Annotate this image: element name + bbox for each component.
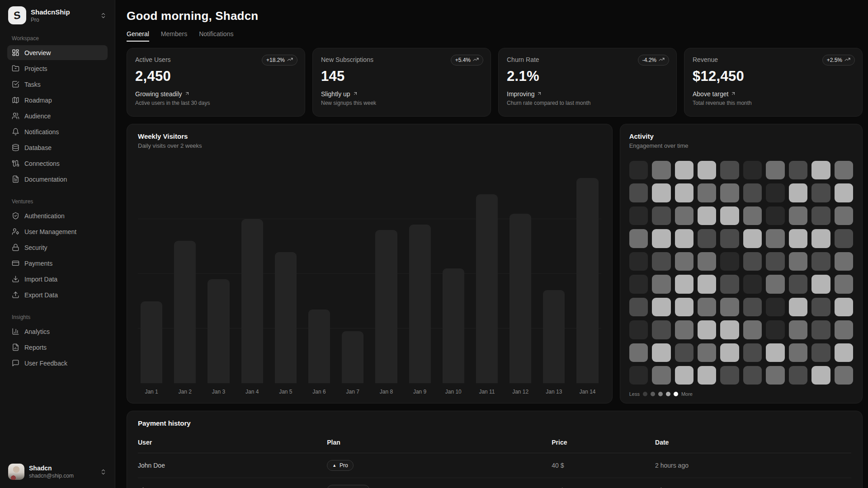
sidebar-item-label: Reports [24, 344, 47, 351]
chart-title: Weekly Visitors [138, 132, 601, 140]
stat-trend-line: Growing steadily [135, 90, 297, 98]
sidebar-item-connections[interactable]: Connections [7, 156, 108, 171]
heatmap-cell [720, 252, 739, 271]
sidebar-item-audience[interactable]: Audience [7, 108, 108, 123]
table-header-row: UserPlanPriceDate [138, 433, 851, 453]
user-cog-icon [12, 228, 19, 235]
bar-jan-9 [409, 225, 431, 383]
chart-column-icon [12, 328, 19, 335]
bar-jan-7 [342, 331, 363, 383]
heatmap-cell [766, 320, 784, 339]
heatmap-cell [743, 206, 762, 225]
sidebar-item-import-data[interactable]: Import Data [7, 272, 108, 286]
stat-value: 2.1% [507, 68, 668, 84]
cell-user: Claw Bot [138, 478, 327, 488]
plan-badge: ▲Enterprise [327, 485, 370, 488]
heatmap-cell [652, 343, 670, 362]
sidebar-item-label: Security [24, 244, 47, 251]
stat-description: Total revenue this month [693, 100, 854, 106]
triangle-icon: ▲ [332, 464, 336, 468]
heatmap-cell [811, 320, 830, 339]
file-text-icon [12, 175, 19, 183]
heatmap-cell [766, 343, 784, 362]
sidebar-item-tasks[interactable]: Tasks [7, 77, 108, 92]
sidebar-item-user-feedback[interactable]: User Feedback [7, 356, 108, 371]
heatmap-cell [720, 275, 739, 293]
x-axis-label: Jan 10 [443, 389, 464, 395]
heatmap-cell [720, 343, 739, 362]
legend-more-label: More [681, 391, 693, 397]
trending-up-icon [844, 56, 850, 64]
layout-dashboard-icon [12, 49, 19, 56]
bar-jan-1 [141, 301, 162, 384]
x-axis-label: Jan 1 [141, 389, 162, 395]
tab-members[interactable]: Members [161, 30, 187, 42]
heatmap-cell [698, 183, 716, 202]
heatmap-cell [811, 161, 830, 179]
sidebar-item-label: Projects [24, 65, 47, 72]
users-icon [12, 112, 19, 120]
heatmap-cell [720, 183, 739, 202]
sidebar-item-reports[interactable]: Reports [7, 340, 108, 355]
heatmap-cell [811, 252, 830, 271]
sidebar-item-payments[interactable]: Payments [7, 256, 108, 271]
stat-trend-text: Slightly up [321, 90, 350, 98]
heatmap-cell [629, 320, 648, 339]
activity-subtitle: Engagement over time [629, 142, 853, 149]
sidebar-item-documentation[interactable]: Documentation [7, 172, 108, 187]
sidebar-item-user-management[interactable]: User Management [7, 224, 108, 239]
tab-notifications[interactable]: Notifications [199, 30, 233, 42]
legend-dot [666, 392, 670, 396]
bar-chart-x-axis: Jan 1Jan 2Jan 3Jan 4Jan 5Jan 6Jan 7Jan 8… [138, 389, 601, 395]
stat-trend-text: Growing steadily [135, 90, 182, 98]
tab-general[interactable]: General [127, 30, 149, 42]
sidebar-item-notifications[interactable]: Notifications [7, 124, 108, 139]
heatmap-cell [811, 298, 830, 316]
stat-value: $12,450 [693, 68, 854, 84]
sidebar-item-database[interactable]: Database [7, 140, 108, 155]
sidebar-item-label: Notifications [24, 128, 59, 136]
heatmap-cell [789, 366, 807, 385]
table-row-john-doe[interactable]: John Doe▲Pro40 $2 hours ago [138, 453, 851, 478]
sidebar-item-roadmap[interactable]: Roadmap [7, 93, 108, 108]
stats-grid: Active Users+18.2%2,450Growing steadilyA… [127, 48, 863, 117]
sidebar-item-analytics[interactable]: Analytics [7, 324, 108, 339]
square-check-icon [12, 80, 19, 88]
heatmap-cell [720, 298, 739, 316]
heatmap-cell [652, 183, 670, 202]
folder-icon [12, 65, 19, 72]
legend-dot [674, 392, 678, 396]
activity-heatmap [629, 161, 853, 385]
brand-meta: ShadcnShip Pro [31, 8, 95, 23]
heatmap-legend: Less More [629, 391, 853, 397]
sidebar-item-overview[interactable]: Overview [7, 45, 108, 60]
sidebar-item-authentication[interactable]: Authentication [7, 208, 108, 223]
table-row-claw-bot[interactable]: Claw Bot▲Enterprise99 $5 hours ago [138, 478, 851, 488]
user-menu[interactable]: Shadcn shadcn@ship.com [7, 462, 108, 482]
lock-icon [12, 244, 19, 251]
sidebar-item-label: Audience [24, 113, 51, 120]
sidebar-item-export-data[interactable]: Export Data [7, 287, 108, 302]
heatmap-cell [698, 161, 716, 179]
nav-section-label: Workspace [7, 35, 108, 42]
stat-card-revenue: Revenue+2.5%$12,450Above targetTotal rev… [684, 48, 863, 117]
legend-dots [643, 392, 678, 396]
arrow-up-right-icon [731, 90, 736, 98]
heatmap-cell [835, 298, 853, 316]
user-email: shadcn@ship.com [29, 473, 95, 479]
heatmap-cell [675, 320, 693, 339]
sidebar-item-security[interactable]: Security [7, 240, 108, 255]
workspace-switcher[interactable]: S ShadcnShip Pro [7, 5, 108, 25]
heatmap-cell [811, 343, 830, 362]
stat-value: 145 [321, 68, 482, 84]
sidebar-item-label: Documentation [24, 176, 67, 183]
heatmap-cell [743, 161, 762, 179]
sidebar-item-label: Connections [24, 160, 60, 167]
heatmap-cell [629, 343, 648, 362]
cell-plan: ▲Pro [327, 453, 552, 478]
heatmap-cell [675, 183, 693, 202]
bar-jan-10 [443, 268, 464, 383]
arrow-up-right-icon [353, 90, 358, 98]
sidebar-item-projects[interactable]: Projects [7, 61, 108, 76]
app-root: S ShadcnShip Pro WorkspaceOverviewProjec… [0, 0, 868, 488]
